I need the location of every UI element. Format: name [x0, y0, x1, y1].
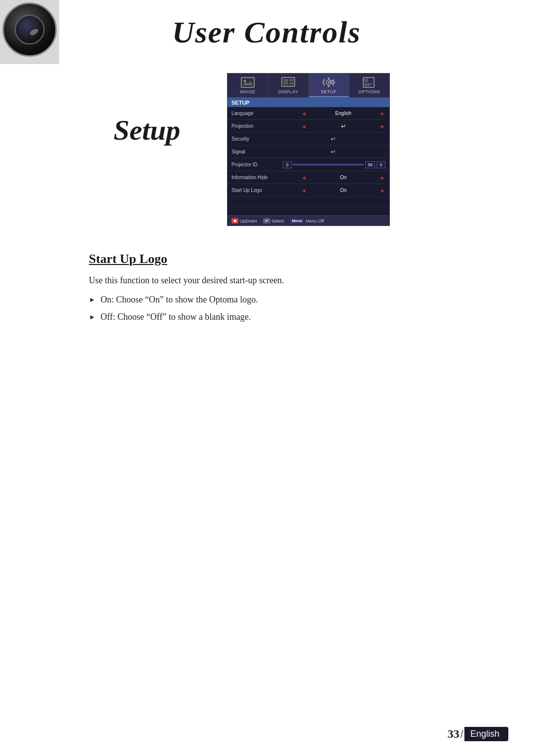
startup-logo-right-arrow[interactable]: ► [380, 188, 385, 193]
language-right-arrow[interactable]: ► [380, 111, 385, 116]
tab-setup[interactable]: SETUP [309, 74, 349, 97]
page-number: 33 [448, 727, 459, 741]
bullet-arrow-1: ► [89, 296, 96, 304]
osd-section-header: SETUP [228, 98, 389, 107]
language-left-arrow[interactable]: ◄ [301, 111, 306, 116]
projector-id-value: 0 [377, 161, 385, 168]
osd-panel: IMAGE DISPLAY [227, 73, 390, 226]
menu-row-language[interactable]: Language ◄ English ► [228, 107, 389, 120]
tab-display[interactable]: DISPLAY [268, 74, 308, 97]
menu-row-startup-logo[interactable]: Start Up Logo ◄ On ► [228, 184, 389, 197]
updown-icon: ◆ [231, 218, 238, 224]
display-tab-icon [280, 76, 296, 88]
bullet-text-2: Off: Choose “Off” to show a blank image. [101, 312, 251, 322]
projection-value: ↵ [308, 123, 378, 130]
menu-row-projector-id[interactable]: Projector ID 0 99 0 [228, 158, 389, 171]
menu-row-projection[interactable]: Projection ◄ ↵ ► [228, 120, 389, 133]
menu-row-security[interactable]: Security ↵ [228, 133, 389, 146]
tab-image-label: IMAGE [240, 89, 256, 94]
setup-tab-icon [321, 76, 337, 88]
language-label: Language [231, 111, 301, 116]
svg-rect-22 [364, 78, 368, 82]
updown-label: UpDown [240, 219, 257, 224]
menu-off-btn[interactable]: Menu Menu Off [290, 218, 324, 224]
projection-right-arrow[interactable]: ► [380, 123, 385, 129]
tab-display-label: DISPLAY [278, 89, 298, 94]
security-label: Security [231, 136, 281, 142]
spacer-row-1 [228, 197, 389, 207]
tab-options-label: OPTIONS [358, 89, 380, 94]
content-area: Start Up Logo Use this function to selec… [89, 252, 503, 329]
osd-bottom-bar: ◆ UpDown ↵ Select Menu Menu Off [228, 216, 389, 226]
image-tab-icon [240, 76, 256, 88]
select-icon: ↵ [263, 218, 270, 224]
svg-point-9 [328, 81, 330, 83]
svg-rect-14 [323, 83, 325, 85]
projector-id-max: 99 [365, 161, 375, 168]
startup-logo-value: On [308, 188, 378, 193]
projector-id-bar: 0 99 0 [283, 161, 385, 168]
svg-rect-15 [323, 79, 325, 81]
signal-label: Signal [231, 149, 281, 154]
svg-rect-7 [289, 82, 294, 85]
svg-rect-10 [328, 77, 330, 79]
tab-row: IMAGE DISPLAY [228, 74, 389, 98]
projection-left-arrow[interactable]: ◄ [301, 123, 306, 129]
bullet-item-2: ► Off: Choose “Off” to show a blank imag… [89, 312, 503, 322]
svg-rect-12 [322, 82, 324, 83]
footer-language-bg: English [464, 727, 508, 741]
bullet-text-1: On: Choose “On” to show the Optoma logo. [101, 295, 258, 305]
info-hide-value: On [308, 175, 378, 180]
bullet-item-1: ► On: Choose “On” to show the Optoma log… [89, 295, 503, 305]
svg-rect-11 [328, 85, 330, 87]
bullet-arrow-2: ► [89, 313, 96, 321]
page-title: User Controls [0, 15, 533, 50]
projection-label: Projection [231, 123, 301, 129]
startup-logo-left-arrow[interactable]: ◄ [301, 188, 306, 193]
svg-point-2 [243, 80, 246, 82]
signal-enter-icon[interactable]: ↵ [331, 148, 336, 156]
footer-slash: / [460, 728, 463, 741]
setup-label: Setup [114, 113, 180, 147]
projector-id-label: Projector ID [231, 162, 283, 167]
options-tab-icon [361, 76, 377, 88]
svg-rect-16 [333, 83, 335, 85]
information-hide-label: Information Hide [231, 175, 301, 180]
menu-row-information-hide[interactable]: Information Hide ◄ On ► [228, 171, 389, 184]
projector-id-min: 0 [283, 161, 292, 168]
description-text: Use this function to select your desired… [89, 275, 503, 286]
tab-setup-label: SETUP [321, 89, 337, 94]
section-title: Start Up Logo [89, 252, 503, 266]
select-btn[interactable]: ↵ Select [263, 218, 284, 224]
tab-image[interactable]: IMAGE [228, 74, 268, 97]
tab-options[interactable]: OPTIONS [349, 74, 389, 97]
updown-btn[interactable]: ◆ UpDown [231, 218, 257, 224]
language-value: English [308, 111, 378, 116]
info-hide-right-arrow[interactable]: ► [380, 175, 385, 181]
svg-rect-5 [283, 79, 288, 85]
spacer-row-2 [228, 207, 389, 216]
menu-off-label: Menu Off [305, 219, 324, 224]
footer-language: English [464, 727, 508, 741]
svg-rect-6 [289, 79, 294, 81]
info-hide-left-arrow[interactable]: ◄ [301, 175, 306, 181]
menu-row-signal[interactable]: Signal ↵ [228, 146, 389, 158]
security-enter-icon[interactable]: ↵ [331, 135, 336, 143]
footer: 33 / English [448, 727, 508, 741]
projector-id-slider[interactable] [293, 164, 364, 165]
menu-icon: Menu [290, 218, 305, 224]
select-label: Select [272, 219, 284, 224]
startup-logo-label: Start Up Logo [231, 188, 301, 193]
